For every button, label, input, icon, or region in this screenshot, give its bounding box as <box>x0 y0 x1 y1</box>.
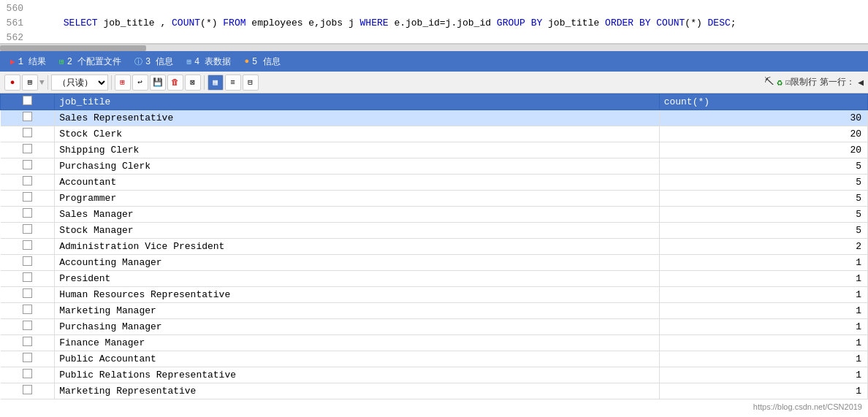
row-checkbox[interactable] <box>23 256 32 266</box>
table-row[interactable]: President1 <box>1 271 868 287</box>
table-row[interactable]: Stock Manager5 <box>1 223 868 239</box>
row-checkbox[interactable] <box>23 176 32 185</box>
limit-row-checkbox[interactable]: ☑限制行 <box>785 76 817 88</box>
toolbar-grid-btn[interactable]: ⊞ <box>22 74 38 91</box>
readonly-select[interactable]: （只读） <box>51 74 108 91</box>
row-checkbox-cell <box>1 126 55 142</box>
toolbar-right: ⛏ ♻ ☑限制行 第一行： ◀ <box>764 76 864 88</box>
tab-1-results[interactable]: ▶ 1 结果 <box>4 53 52 70</box>
line-num-560: 560 <box>0 2 29 15</box>
toolbar: ● ⊞ ▼ （只读） ⊞ ↩ 💾 🗑 ⊠ ▦ ≡ ⊟ ⛏ ♻ ☑限制行 第一行：… <box>0 72 868 93</box>
table-row[interactable]: Accounting Manager1 <box>1 255 868 271</box>
row-checkbox-cell <box>1 175 55 191</box>
count-cell: 1 <box>659 367 867 383</box>
row-checkbox[interactable] <box>23 385 32 394</box>
editor-scrollbar[interactable] <box>0 44 868 51</box>
row-checkbox[interactable] <box>23 128 32 137</box>
row-checkbox[interactable] <box>23 224 32 234</box>
refresh-icon: ⊠ <box>190 77 195 87</box>
row-checkbox-cell <box>1 142 55 158</box>
sep-2 <box>111 75 112 90</box>
tab-3-label: 3 信息 <box>145 56 173 68</box>
count-cell: 1 <box>659 351 867 367</box>
line-561: 561 SELECT job_title , COUNT(*) FROM emp… <box>0 16 868 31</box>
table-row[interactable]: Stock Clerk20 <box>1 126 868 142</box>
toolbar-btn-layout2[interactable]: ≡ <box>225 74 241 91</box>
table-row[interactable]: Human Resources Representative1 <box>1 287 868 303</box>
tab-2-config[interactable]: ⊞ 2 个配置文件 <box>53 53 127 70</box>
job-title-cell: Marketing Manager <box>55 303 659 319</box>
table-row[interactable]: Finance Manager1 <box>1 335 868 351</box>
row-checkbox[interactable] <box>23 321 32 330</box>
row-checkbox[interactable] <box>23 144 32 153</box>
sep-1 <box>47 75 48 90</box>
table-row[interactable]: Accountant5 <box>1 175 868 191</box>
table-row[interactable]: Sales Representative30 <box>1 110 868 126</box>
line-num-562: 562 <box>0 31 29 44</box>
row-checkbox-cell <box>1 351 55 367</box>
table-row[interactable]: Shipping Clerk20 <box>1 142 868 158</box>
toolbar-dropdown-arrow: ▼ <box>39 78 45 87</box>
toolbar-btn-edit2[interactable]: ↩ <box>132 74 148 91</box>
grid-icon: ⊞ <box>28 77 33 87</box>
table-row[interactable]: Marketing Representative1 <box>1 383 868 399</box>
table-row[interactable]: Purchasing Clerk5 <box>1 158 868 175</box>
toolbar-exec-btn[interactable]: ● <box>4 74 20 91</box>
row-checkbox[interactable] <box>23 369 32 378</box>
tab-4-tabledata[interactable]: ⊞ 4 表数据 <box>180 53 237 70</box>
exec-icon: ● <box>10 78 15 87</box>
toolbar-btn-delete[interactable]: 🗑 <box>167 74 183 91</box>
filter-icon[interactable]: ⛏ <box>764 77 774 88</box>
count-cell: 1 <box>659 335 867 351</box>
delete-icon: 🗑 <box>171 77 179 87</box>
nav-prev-icon[interactable]: ◀ <box>858 77 864 88</box>
table-row[interactable]: Purchasing Manager1 <box>1 319 868 335</box>
toolbar-btn-save[interactable]: 💾 <box>150 74 166 91</box>
row-checkbox-cell <box>1 191 55 207</box>
row-checkbox[interactable] <box>23 208 32 218</box>
editor-scrollbar-thumb[interactable] <box>0 45 146 51</box>
row-checkbox[interactable] <box>23 337 32 346</box>
job-title-cell: Human Resources Representative <box>55 287 659 303</box>
row-checkbox-cell <box>1 303 55 319</box>
table-row[interactable]: Sales Manager5 <box>1 207 868 223</box>
job-title-cell: Finance Manager <box>55 335 659 351</box>
row-checkbox[interactable] <box>23 288 32 298</box>
toolbar-btn-layout1[interactable]: ▦ <box>208 74 224 91</box>
toolbar-btn-layout3[interactable]: ⊟ <box>243 74 259 91</box>
toolbar-btn-edit1[interactable]: ⊞ <box>115 74 131 91</box>
table-header-row: job_title count(*) <box>1 94 868 110</box>
row-checkbox[interactable] <box>23 305 32 314</box>
job-title-cell: President <box>55 271 659 287</box>
row-checkbox-cell <box>1 319 55 335</box>
row-checkbox[interactable] <box>23 272 32 282</box>
tab-3-info[interactable]: ⓘ 3 信息 <box>129 53 179 70</box>
table-row[interactable]: Administration Vice President2 <box>1 239 868 255</box>
layout1-icon: ▦ <box>213 77 218 87</box>
row-checkbox[interactable] <box>23 160 32 169</box>
tab-5-info[interactable]: ● 5 信息 <box>239 53 286 70</box>
job-title-cell: Purchasing Manager <box>55 319 659 335</box>
row-checkbox[interactable] <box>23 192 32 202</box>
watermark: https://blog.csdn.net/CSN2019 <box>753 402 862 411</box>
header-checkbox[interactable] <box>23 96 32 105</box>
row-checkbox[interactable] <box>23 240 32 250</box>
layout2-icon: ≡ <box>230 78 235 87</box>
toolbar-btn-refresh[interactable]: ⊠ <box>185 74 201 91</box>
row-checkbox[interactable] <box>23 353 32 362</box>
row-checkbox[interactable] <box>23 112 32 121</box>
job-title-cell: Administration Vice President <box>55 239 659 255</box>
results-table-container[interactable]: job_title count(*) Sales Representative3… <box>0 93 868 417</box>
col-header-job-title: job_title <box>55 94 659 110</box>
table-row[interactable]: Public Relations Representative1 <box>1 367 868 383</box>
tab-4-label: 4 表数据 <box>194 56 231 68</box>
table-row[interactable]: Programmer5 <box>1 191 868 207</box>
count-cell: 1 <box>659 383 867 399</box>
recycle-icon[interactable]: ♻ <box>777 77 783 88</box>
row-checkbox-cell <box>1 383 55 399</box>
count-cell: 5 <box>659 158 867 175</box>
table-row[interactable]: Public Accountant1 <box>1 351 868 367</box>
table-row[interactable]: Marketing Manager1 <box>1 303 868 319</box>
count-cell: 1 <box>659 271 867 287</box>
job-title-cell: Stock Manager <box>55 223 659 239</box>
